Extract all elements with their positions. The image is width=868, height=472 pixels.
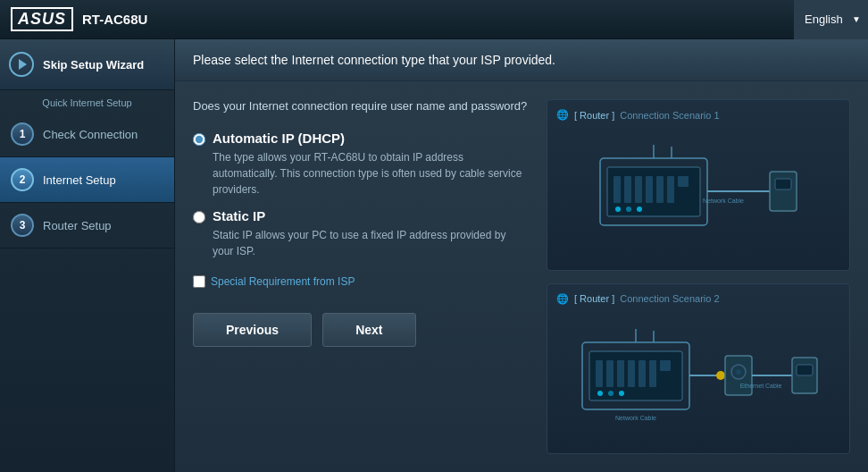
svg-point-33 [716, 371, 725, 380]
svg-point-28 [608, 391, 613, 396]
diagram-1-svg: Network Cable [573, 145, 823, 243]
content-right: 🌐 [ Router ] Connection Scenario 1 [547, 99, 850, 454]
header: ASUS RT-AC68U English ▼ [0, 0, 868, 39]
option-static-ip[interactable]: Static IP Static IP allows your PC to us… [193, 208, 529, 259]
svg-text:Network Cable: Network Cable [615, 415, 656, 421]
diagram-2-svg: Ethernet Cable Network Cable [564, 329, 832, 427]
svg-rect-26 [660, 360, 671, 371]
sidebar-item-check-connection[interactable]: 1 Check Connection [0, 112, 174, 157]
svg-point-11 [637, 206, 642, 212]
diagram-1-title: 🌐 [ Router ] Connection Scenario 1 [556, 109, 840, 121]
previous-button[interactable]: Previous [193, 313, 312, 347]
option-auto-dhcp[interactable]: Automatic IP (DHCP) The type allows your… [193, 131, 529, 198]
svg-rect-19 [589, 351, 682, 400]
diagram-2-image: Ethernet Cable Network Cable [556, 312, 840, 445]
option-auto-dhcp-content: Automatic IP (DHCP) The type allows your… [213, 131, 529, 198]
svg-rect-1 [607, 167, 700, 216]
asus-logo: ASUS [11, 7, 73, 31]
diagram-2-title: 🌐 [ Router ] Connection Scenario 2 [556, 293, 840, 305]
option-static-ip-content: Static IP Static IP allows your PC to us… [213, 208, 529, 259]
content-area: Please select the Internet connection ty… [175, 39, 868, 472]
router-model: RT-AC68U [82, 12, 147, 27]
next-button[interactable]: Next [322, 313, 415, 347]
skip-setup-wizard-button[interactable]: Skip Setup Wizard [0, 39, 174, 90]
diagram-2-scenario: Connection Scenario 2 [620, 293, 719, 304]
sidebar-steps: 1 Check Connection 2 Internet Setup 3 Ro… [0, 112, 174, 249]
svg-rect-20 [596, 360, 603, 387]
sidebar: Skip Setup Wizard Quick Internet Setup 1… [0, 39, 175, 472]
option-auto-dhcp-label: Automatic IP (DHCP) [213, 131, 529, 146]
special-req-row[interactable]: Special Requirement from ISP [193, 275, 529, 288]
step-2-circle: 2 [11, 168, 34, 191]
play-icon [19, 59, 27, 70]
step-1-circle: 1 [11, 122, 34, 146]
svg-rect-4 [635, 176, 642, 203]
svg-point-36 [736, 369, 741, 375]
sidebar-item-label: Router Setup [43, 219, 112, 232]
svg-point-29 [619, 391, 624, 396]
svg-rect-34 [725, 356, 752, 395]
svg-rect-25 [649, 360, 656, 387]
svg-text:Ethernet Cable: Ethernet Cable [740, 383, 782, 389]
option-auto-dhcp-desc: The type allows your RT-AC68U to obtain … [213, 149, 529, 198]
diagram-1-image: Network Cable [556, 128, 840, 261]
diagram-2-router-label: [ Router ] [574, 293, 614, 304]
diagram-scenario-1: 🌐 [ Router ] Connection Scenario 1 [547, 99, 850, 271]
svg-rect-8 [678, 176, 689, 187]
svg-rect-23 [628, 360, 635, 387]
globe-icon-2: 🌐 [556, 293, 569, 305]
language-selector-container[interactable]: English ▼ [794, 0, 868, 39]
skip-wizard-label: Skip Setup Wizard [43, 58, 144, 72]
radio-static-ip[interactable] [193, 211, 205, 223]
svg-rect-3 [624, 176, 631, 203]
content-body: Does your Internet connection require us… [175, 81, 868, 472]
radio-auto-dhcp[interactable] [193, 133, 205, 146]
option-static-ip-label: Static IP [213, 208, 529, 223]
sidebar-item-label: Check Connection [43, 128, 138, 141]
svg-rect-24 [638, 360, 646, 387]
logo-area: ASUS RT-AC68U [0, 7, 147, 31]
svg-rect-14 [775, 179, 791, 190]
diagram-1-scenario: Connection Scenario 1 [620, 110, 719, 121]
skip-icon [9, 52, 34, 77]
content-left: Does your Internet connection require us… [193, 99, 529, 454]
button-row: Previous Next [193, 313, 529, 347]
option-static-ip-desc: Static IP allows your PC to use a fixed … [213, 227, 529, 259]
svg-point-27 [597, 391, 603, 396]
question-text: Does your Internet connection require us… [193, 99, 529, 113]
sidebar-section-label: Quick Internet Setup [0, 90, 174, 112]
svg-rect-22 [617, 360, 624, 387]
step-3-circle: 3 [11, 214, 34, 237]
diagram-scenario-2: 🌐 [ Router ] Connection Scenario 2 [547, 283, 850, 455]
globe-icon-1: 🌐 [556, 109, 569, 121]
svg-text:Network Cable: Network Cable [703, 198, 744, 204]
language-dropdown[interactable]: English [794, 0, 864, 39]
svg-rect-2 [613, 176, 621, 203]
content-header-text: Please select the Internet connection ty… [193, 53, 555, 67]
sidebar-item-router-setup[interactable]: 3 Router Setup [0, 203, 174, 249]
main-layout: Skip Setup Wizard Quick Internet Setup 1… [0, 39, 868, 472]
svg-point-9 [615, 206, 621, 212]
svg-rect-6 [656, 176, 664, 203]
diagram-1-router-label: [ Router ] [574, 110, 614, 121]
sidebar-item-label: Internet Setup [43, 173, 116, 187]
svg-rect-7 [667, 176, 674, 203]
svg-rect-13 [770, 172, 797, 211]
svg-rect-5 [646, 176, 653, 203]
sidebar-item-internet-setup[interactable]: 2 Internet Setup [0, 157, 174, 203]
svg-rect-39 [797, 365, 813, 375]
special-req-label[interactable]: Special Requirement from ISP [211, 275, 355, 288]
svg-point-10 [626, 206, 631, 212]
content-header: Please select the Internet connection ty… [175, 39, 868, 81]
special-req-checkbox[interactable] [193, 275, 205, 288]
svg-rect-21 [606, 360, 613, 387]
